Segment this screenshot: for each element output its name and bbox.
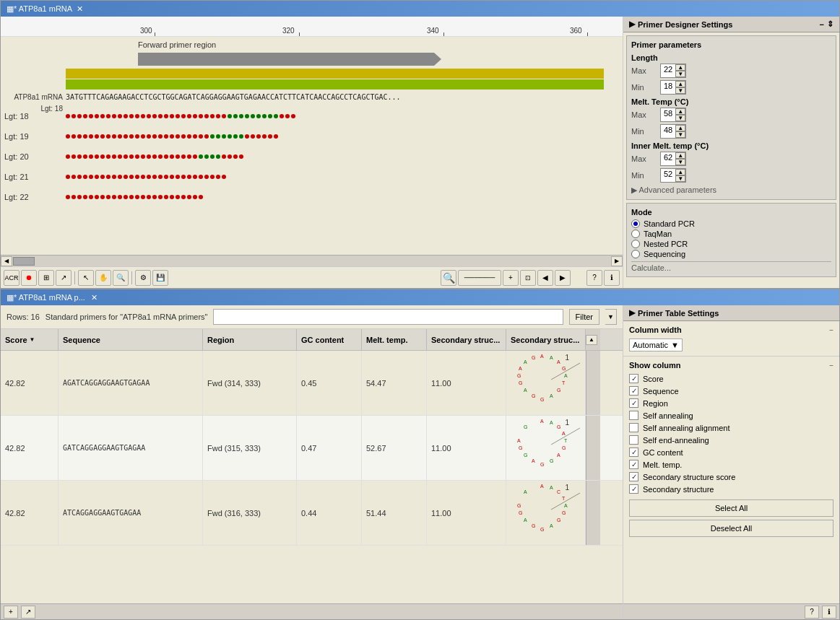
- toolbar-btn-red-circle[interactable]: ⏺: [21, 270, 37, 286]
- advanced-params-link[interactable]: ▶ Advanced parameters: [631, 185, 831, 195]
- melt-min-up[interactable]: ▲: [675, 125, 685, 131]
- radio-taqman[interactable]: TaqMan: [631, 230, 831, 238]
- toolbar-btn-next[interactable]: ▶: [555, 270, 571, 286]
- length-min-spin[interactable]: ▲ ▼: [675, 81, 685, 94]
- radio-nested-pcr-btn[interactable]: [631, 240, 640, 248]
- toolbar-btn-help[interactable]: ?: [586, 270, 602, 286]
- toolbar-btn-hand[interactable]: ✋: [95, 270, 111, 286]
- checkbox-gc-content[interactable]: GC content: [629, 447, 833, 457]
- toolbar-btn-settings[interactable]: ⚙: [135, 270, 151, 286]
- toolbar-btn-zoom-out[interactable]: +: [503, 270, 519, 286]
- checkbox-self-end-annealing-btn[interactable]: [629, 435, 638, 445]
- col-header-gc[interactable]: GC content: [297, 329, 362, 350]
- checkbox-sec-struct-score-btn[interactable]: [629, 472, 638, 481]
- table-body[interactable]: 42.82 AGATCAGGAGGAAGTGAGAA Fwd (314, 333…: [1, 351, 623, 603]
- length-max-spin[interactable]: ▲ ▼: [675, 64, 685, 77]
- checkbox-self-annealing-btn[interactable]: [629, 411, 638, 420]
- bottom-close-btn[interactable]: ✕: [91, 293, 98, 302]
- column-width-select[interactable]: Automatic ▼: [629, 339, 683, 352]
- status-info-btn[interactable]: ℹ: [822, 606, 836, 619]
- h-scroll-left[interactable]: ◀: [1, 256, 12, 266]
- checkbox-sequence-btn[interactable]: [629, 386, 638, 396]
- col-header-sequence[interactable]: Sequence: [59, 329, 203, 350]
- melt-max-down[interactable]: ▼: [675, 115, 685, 121]
- radio-sequencing-btn[interactable]: [631, 250, 640, 258]
- checkbox-sec-struct-score[interactable]: Secondary structure score: [629, 472, 833, 481]
- minimize-show-col[interactable]: −: [829, 362, 833, 370]
- toolbar-btn-grid[interactable]: ⊞: [38, 270, 54, 286]
- toolbar-btn-prev[interactable]: ◀: [537, 270, 553, 286]
- melt-max-up[interactable]: ▲: [675, 108, 685, 115]
- checkbox-score[interactable]: Score: [629, 374, 833, 383]
- radio-taqman-btn[interactable]: [631, 230, 640, 238]
- deselect-all-button[interactable]: Deselect All: [629, 520, 833, 537]
- search-input[interactable]: [213, 309, 563, 325]
- inner-melt-max-input[interactable]: 62 ▲ ▼: [660, 152, 686, 166]
- inner-melt-min-down[interactable]: ▼: [675, 175, 685, 182]
- filter-button[interactable]: Filter: [569, 309, 599, 325]
- filter-dropdown-arrow[interactable]: ▼: [605, 309, 617, 325]
- status-btn-add[interactable]: +: [4, 606, 18, 619]
- col-header-melt[interactable]: Melt. temp.: [362, 329, 427, 350]
- checkbox-region[interactable]: Region: [629, 398, 833, 408]
- checkbox-sequence[interactable]: Sequence: [629, 386, 833, 396]
- length-min-down[interactable]: ▼: [675, 87, 685, 94]
- toolbar-btn-save[interactable]: 💾: [152, 270, 168, 286]
- checkbox-self-annealing-alignment-btn[interactable]: [629, 423, 638, 432]
- calculate-link[interactable]: Calculate...: [631, 261, 831, 272]
- inner-melt-min-spin[interactable]: ▲ ▼: [675, 169, 685, 182]
- h-scroll-right[interactable]: ▶: [611, 256, 623, 266]
- primer-settings-collapse[interactable]: −: [820, 20, 824, 29]
- inner-melt-min-up[interactable]: ▲: [675, 169, 685, 175]
- toolbar-btn-cursor[interactable]: ↖: [78, 270, 94, 286]
- radio-sequencing[interactable]: Sequencing: [631, 250, 831, 258]
- status-help-btn[interactable]: ?: [805, 606, 819, 619]
- h-scroll-thumb[interactable]: [13, 257, 35, 266]
- minimize-col-width[interactable]: −: [829, 326, 833, 334]
- toolbar-btn-zoom-slider[interactable]: ──────: [458, 270, 501, 286]
- toolbar-btn-export[interactable]: ↗: [56, 270, 72, 286]
- top-close-btn[interactable]: ✕: [77, 4, 83, 14]
- inner-melt-max-down[interactable]: ▼: [675, 159, 685, 165]
- col-header-sec-struct[interactable]: Secondary struc...: [506, 329, 586, 350]
- checkbox-gc-content-btn[interactable]: [629, 447, 638, 457]
- melt-min-down[interactable]: ▼: [675, 131, 685, 138]
- radio-nested-pcr[interactable]: Nested PCR: [631, 240, 831, 248]
- status-btn-export[interactable]: ↗: [21, 606, 35, 619]
- checkbox-melt-temp-btn[interactable]: [629, 460, 638, 469]
- inner-melt-max-spin[interactable]: ▲ ▼: [675, 152, 685, 165]
- melt-min-input[interactable]: 48 ▲ ▼: [660, 124, 686, 139]
- length-min-up[interactable]: ▲: [675, 81, 685, 87]
- toolbar-btn-zoom-in[interactable]: 🔍: [441, 270, 456, 286]
- h-scrollbar[interactable]: ◀ ▶: [1, 255, 623, 266]
- inner-melt-max-up[interactable]: ▲: [675, 152, 685, 159]
- scroll-up-btn[interactable]: ▲: [586, 335, 597, 345]
- melt-min-spin[interactable]: ▲ ▼: [675, 125, 685, 138]
- melt-max-input[interactable]: 58 ▲ ▼: [660, 108, 686, 122]
- toolbar-btn-acr[interactable]: ACR: [4, 270, 20, 286]
- primer-settings-scroll[interactable]: ⇕: [827, 19, 833, 29]
- sequence-view-area[interactable]: Forward primer region ATP8a1 mRNA Lgt: 1…: [1, 37, 623, 255]
- length-min-input[interactable]: 18 ▲ ▼: [660, 80, 686, 95]
- toolbar-btn-fit[interactable]: ⊡: [520, 270, 536, 286]
- col-header-score[interactable]: Score ▼: [1, 329, 59, 350]
- toolbar-btn-zoom[interactable]: 🔍: [113, 270, 129, 286]
- col-header-region[interactable]: Region: [203, 329, 297, 350]
- length-max-up[interactable]: ▲: [675, 64, 685, 71]
- radio-standard-pcr-btn[interactable]: [631, 219, 640, 228]
- checkbox-sec-struct[interactable]: Secondary structure: [629, 484, 833, 494]
- h-scroll-track[interactable]: [12, 256, 611, 266]
- radio-standard-pcr[interactable]: Standard PCR: [631, 219, 831, 228]
- melt-max-spin[interactable]: ▲ ▼: [675, 108, 685, 121]
- checkbox-melt-temp[interactable]: Melt. temp.: [629, 460, 833, 469]
- col-header-sec-score[interactable]: Secondary struc...: [427, 329, 506, 350]
- checkbox-self-annealing[interactable]: Self annealing: [629, 411, 833, 420]
- toolbar-btn-info[interactable]: ℹ: [604, 270, 620, 286]
- select-all-button[interactable]: Select All: [629, 499, 833, 517]
- checkbox-region-btn[interactable]: [629, 398, 638, 408]
- checkbox-score-btn[interactable]: [629, 374, 638, 383]
- inner-melt-min-input[interactable]: 52 ▲ ▼: [660, 168, 686, 183]
- checkbox-self-end-annealing[interactable]: Self end-annealing: [629, 435, 833, 445]
- checkbox-self-annealing-alignment[interactable]: Self annealing alignment: [629, 423, 833, 432]
- length-max-input[interactable]: 22 ▲ ▼: [660, 64, 686, 78]
